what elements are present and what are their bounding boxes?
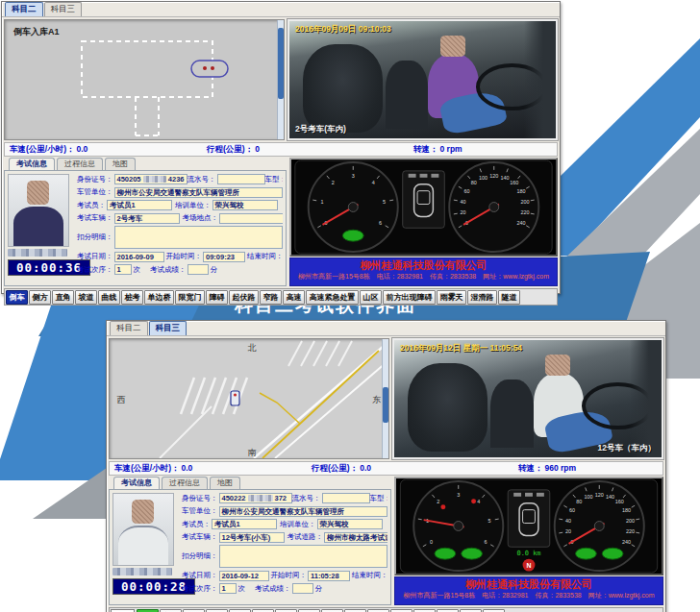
exam-item-button[interactable]: 单边桥	[144, 290, 174, 305]
exam-item-button[interactable]: 限宽门	[175, 290, 205, 305]
exam-item-button[interactable]: 夜间	[160, 609, 182, 612]
id-number-field[interactable]: 4502054236	[114, 174, 188, 184]
start-time-field[interactable]: 09:09:23	[203, 252, 245, 262]
field-label: 车型：	[370, 494, 388, 503]
exam-item-button[interactable]: 雨雾天	[437, 290, 466, 305]
exam-vehicle-field[interactable]: 2号考车	[114, 213, 180, 224]
field-label: 身份证号：	[182, 494, 218, 503]
deduction-detail-field[interactable]	[114, 226, 284, 249]
exam-item-button[interactable]: 高速	[283, 290, 305, 305]
exam-item-button[interactable]: 倒车	[6, 290, 28, 305]
authority-field[interactable]: 柳州市公安局交通警察支队车辆管理所	[219, 506, 388, 517]
svg-text:100: 100	[585, 494, 593, 500]
svg-text:6: 6	[485, 539, 488, 545]
exam-item-button[interactable]: 湿滑路	[467, 290, 497, 305]
info-tab[interactable]: 过程信息	[57, 158, 103, 170]
info-tab[interactable]: 地图	[105, 158, 136, 170]
exam-item-button[interactable]: 档位	[413, 609, 436, 612]
exam-item-button[interactable]: 山区	[360, 290, 382, 305]
serial-number-field[interactable]	[217, 174, 265, 184]
car-position-icon	[231, 391, 239, 405]
exam-score-field[interactable]	[188, 264, 209, 275]
svg-text:100: 100	[479, 175, 488, 181]
training-unit-field[interactable]: 荣兴驾校	[317, 519, 383, 529]
exam-item-button[interactable]: 坡道	[75, 290, 97, 305]
exam-item-button[interactable]: 超车	[275, 609, 297, 612]
window-tab[interactable]: 科目三	[44, 2, 83, 16]
field-label: 考试车辆：	[77, 213, 113, 223]
exam-date-field[interactable]: 2016-09-09	[114, 252, 164, 262]
svg-text:180: 180	[622, 507, 631, 513]
svg-text:240: 240	[517, 220, 526, 226]
svg-text:240: 240	[622, 539, 631, 545]
exam-site-field[interactable]	[219, 213, 283, 224]
exam-item-button[interactable]: 前方出现障碍	[383, 290, 436, 305]
window-tab[interactable]: 科目二	[110, 321, 148, 335]
unit-label: 分	[315, 584, 323, 594]
start-time-field[interactable]: 11:05:28	[308, 571, 350, 581]
window-tabbar: 科目二科目三	[2, 2, 560, 17]
exam-item-button[interactable]: 人行	[298, 609, 320, 612]
map-scrollbar[interactable]	[277, 20, 284, 139]
field-label: 开始时间：	[166, 252, 203, 261]
exam-score-field[interactable]	[292, 583, 313, 594]
exam-item-button[interactable]: 高速紧急处置	[306, 290, 359, 305]
svg-text:200: 200	[626, 518, 635, 524]
exam-item-button[interactable]: 障碍	[206, 290, 228, 305]
exam-date-field[interactable]: 2016-09-12	[219, 571, 269, 581]
exam-order-field[interactable]: 1	[114, 264, 132, 275]
scrollbar-thumb[interactable]	[278, 28, 284, 99]
info-tab[interactable]: 地图	[210, 477, 240, 489]
window-tab[interactable]: 科目二	[5, 2, 43, 16]
training-unit-field[interactable]: 荣兴驾校	[212, 200, 278, 210]
examiner-field[interactable]: 考试员1	[212, 519, 277, 529]
id-number-field[interactable]: 450222372	[219, 493, 292, 503]
exam-item-button[interactable]: 掉头	[252, 609, 274, 612]
svg-text:40: 40	[565, 518, 571, 524]
field-label: 考试日期：	[182, 571, 218, 580]
exam-item-button[interactable]: 直行	[437, 609, 459, 612]
exam-item-button[interactable]: 起步	[183, 609, 205, 612]
field-label: 结束时间：	[352, 571, 388, 580]
exam-item-button[interactable]: 右转	[344, 609, 366, 612]
info-tab[interactable]: 考试信息	[113, 477, 160, 489]
exam-item-button[interactable]: 靠边	[483, 609, 505, 612]
exam-item-button[interactable]: 窄路	[260, 290, 282, 305]
poster-canvas: 科目二考试软件界面 科目二科目三 倒车入库A1	[0, 0, 700, 612]
exam-item-button[interactable]: 曲线	[98, 290, 120, 305]
exam-item-button[interactable]: 准备	[137, 609, 159, 612]
scrollbar-thumb[interactable]	[383, 387, 388, 423]
exam-item-button[interactable]: 侧方	[29, 290, 51, 305]
exam-item-button[interactable]: 起伏路	[229, 290, 259, 305]
examiner-field[interactable]: 考试员1	[107, 200, 172, 210]
exam-vehicle-field[interactable]: 12号考车(小车)	[219, 532, 285, 543]
exam-item-button[interactable]: 桩考	[121, 290, 143, 305]
svg-text:4: 4	[477, 499, 480, 504]
window-tabbar: 科目二科目三	[107, 321, 665, 336]
rpm-readout: 转速：0 rpm	[413, 144, 557, 156]
svg-text:120: 120	[489, 173, 498, 179]
exam-item-button[interactable]: 直角	[52, 290, 74, 305]
serial-number-field[interactable]	[322, 493, 370, 503]
company-address: 柳州市高新一路15号8栋 电话：2832981 传真：2833538 网址：ww…	[395, 591, 662, 600]
deduction-detail-field[interactable]	[219, 545, 388, 568]
info-tab[interactable]: 考试信息	[9, 158, 55, 170]
camera-label: 2号考车(车内)	[295, 124, 346, 135]
exam-item-button[interactable]: 隧道	[498, 290, 520, 305]
camera-timestamp: 2016年09月12日 星期一 11:05:54	[400, 343, 522, 355]
authority-field[interactable]: 柳州市公安局交通警察支队车辆管理所	[114, 187, 284, 198]
map-scrollbar[interactable]	[382, 339, 388, 458]
exam-order-field[interactable]: 1	[219, 583, 237, 594]
window-tab[interactable]: 科目三	[149, 321, 188, 335]
exam-road-field[interactable]: 柳州市柳太路考试道路	[324, 532, 388, 543]
field-label: 考场地点：	[183, 213, 219, 223]
exam-item-strip: 倒车侧方直角坡道曲线桩考单边桥限宽门障碍起伏路窄路高速高速紧急处置山区前方出现障…	[4, 288, 558, 306]
exam-item-button[interactable]: 直线	[229, 609, 251, 612]
exam-item-button[interactable]: 会车	[460, 609, 482, 612]
info-tab[interactable]: 过程信息	[162, 477, 208, 489]
exam-item-button[interactable]: 学校	[390, 609, 412, 612]
svg-text:2: 2	[437, 499, 439, 504]
exam-item-button[interactable]: 公共	[367, 609, 389, 612]
exam-item-button[interactable]: 左转	[206, 609, 228, 612]
exam-item-button[interactable]: 变更	[321, 609, 343, 612]
